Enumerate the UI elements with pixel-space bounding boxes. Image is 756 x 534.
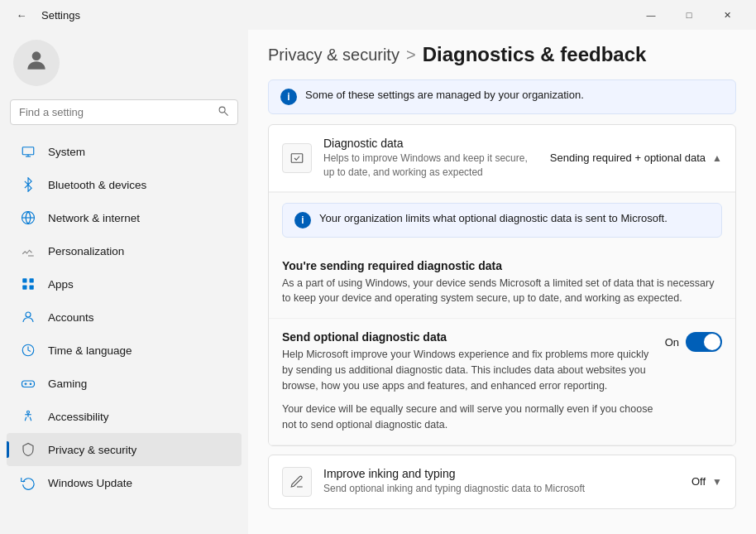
diagnostic-data-row[interactable]: Diagnostic data Helps to improve Windows… xyxy=(269,125,735,192)
sidebar-item-time[interactable]: Time & language xyxy=(7,334,242,367)
sidebar-item-apps[interactable]: Apps xyxy=(7,267,242,301)
sidebar-item-system-label: System xyxy=(48,146,85,158)
sidebar-item-system[interactable]: System xyxy=(7,135,242,168)
content-area: Privacy & security > Diagnostics & feedb… xyxy=(248,30,756,534)
optional-desc: Help Microsoft improve your Windows expe… xyxy=(282,347,653,393)
optional-toggle[interactable] xyxy=(686,332,722,352)
sidebar-item-personalization[interactable]: Personalization xyxy=(7,234,242,267)
window-controls: — □ ✕ xyxy=(632,2,746,28)
svg-point-11 xyxy=(26,312,31,317)
sidebar-item-gaming[interactable]: Gaming xyxy=(7,367,242,400)
required-diagnostic-section: You're sending required diagnostic data … xyxy=(269,248,735,320)
page-header: Privacy & security > Diagnostics & feedb… xyxy=(268,43,736,66)
toggle-label: On xyxy=(665,336,679,349)
svg-point-17 xyxy=(27,411,30,413)
sidebar-item-personalization-label: Personalization xyxy=(48,245,124,257)
personalization-icon xyxy=(20,243,36,259)
app-title: Settings xyxy=(41,9,80,22)
optional-toggle-group: On xyxy=(665,330,722,352)
org-banner-text: Some of these settings are managed by yo… xyxy=(305,89,584,101)
inking-control[interactable]: Off ▼ xyxy=(691,475,722,488)
inking-typing-card: Improve inking and typing Send optional … xyxy=(268,455,736,509)
diagnostic-icon-box xyxy=(282,143,312,173)
diagnostic-data-card: Diagnostic data Helps to improve Windows… xyxy=(268,124,736,446)
search-icon xyxy=(218,105,229,119)
avatar-icon xyxy=(23,47,50,79)
optional-text: Send optional diagnostic data Help Micro… xyxy=(282,330,653,433)
sidebar-item-apps-label: Apps xyxy=(48,278,74,291)
accounts-icon xyxy=(20,309,36,325)
required-title: You're sending required diagnostic data xyxy=(282,259,722,272)
sidebar-item-accessibility[interactable]: Accessibility xyxy=(7,400,242,433)
inking-desc: Send optional inking and typing diagnost… xyxy=(323,482,680,496)
gaming-icon xyxy=(20,375,36,392)
sidebar-item-privacy[interactable]: Privacy & security xyxy=(7,433,242,466)
breadcrumb-link[interactable]: Privacy & security xyxy=(268,46,400,65)
required-desc: As a part of using Windows, your device … xyxy=(282,276,722,307)
diagnostic-value: Sending required + optional data xyxy=(550,152,706,164)
sidebar: System Bluetooth & devices Network & int… xyxy=(0,30,248,534)
svg-rect-7 xyxy=(22,278,26,282)
diag-org-text: Your organization limits what optional d… xyxy=(319,212,667,224)
svg-point-0 xyxy=(32,51,41,60)
network-icon xyxy=(20,209,36,226)
privacy-icon xyxy=(20,441,36,458)
chevron-up-icon[interactable]: ▲ xyxy=(712,152,722,164)
diagnostic-label: Diagnostic data xyxy=(323,137,538,150)
sidebar-item-privacy-label: Privacy & security xyxy=(48,444,136,456)
search-box[interactable] xyxy=(10,99,238,125)
sidebar-item-accessibility-label: Accessibility xyxy=(48,411,109,423)
diagnostic-org-banner: i Your organization limits what optional… xyxy=(282,203,722,238)
minimize-button[interactable]: — xyxy=(632,2,670,28)
sidebar-item-update-label: Windows Update xyxy=(48,477,132,489)
chevron-down-icon[interactable]: ▼ xyxy=(712,476,722,488)
update-icon xyxy=(20,474,36,491)
diag-info-icon: i xyxy=(294,212,311,229)
title-bar: ← Settings — □ ✕ xyxy=(0,0,756,30)
toggle-thumb xyxy=(704,334,720,350)
sidebar-item-time-label: Time & language xyxy=(48,344,132,357)
inking-icon-box xyxy=(282,467,312,497)
svg-point-1 xyxy=(219,107,225,113)
svg-point-16 xyxy=(30,383,31,385)
sidebar-item-network[interactable]: Network & internet xyxy=(7,201,242,234)
back-button[interactable]: ← xyxy=(10,3,33,26)
optional-title: Send optional diagnostic data xyxy=(282,330,653,344)
send-optional-row: Send optional diagnostic data Help Micro… xyxy=(269,319,735,445)
avatar[interactable] xyxy=(13,40,60,86)
svg-rect-8 xyxy=(30,278,34,282)
optional-footer-note: Your device will be equally secure and w… xyxy=(282,402,653,433)
diagnostic-desc: Helps to improve Windows and keep it sec… xyxy=(323,152,538,180)
org-info-banner: i Some of these settings are managed by … xyxy=(268,79,736,114)
breadcrumb-separator: > xyxy=(406,46,416,65)
page-title: Diagnostics & feedback xyxy=(423,43,647,66)
sidebar-item-bluetooth[interactable]: Bluetooth & devices xyxy=(7,168,242,201)
sidebar-item-accounts[interactable]: Accounts xyxy=(7,301,242,334)
maximize-button[interactable]: □ xyxy=(670,2,708,28)
time-icon xyxy=(20,342,36,358)
info-icon: i xyxy=(280,89,297,105)
inking-value: Off xyxy=(691,475,706,488)
svg-rect-9 xyxy=(22,286,26,290)
svg-rect-10 xyxy=(30,286,34,290)
sidebar-item-bluetooth-label: Bluetooth & devices xyxy=(48,179,146,191)
bluetooth-icon xyxy=(20,176,36,193)
inking-label: Improve inking and typing xyxy=(323,467,680,480)
svg-rect-3 xyxy=(22,147,34,155)
svg-rect-13 xyxy=(22,381,35,387)
close-button[interactable]: ✕ xyxy=(708,2,746,28)
sidebar-item-gaming-label: Gaming xyxy=(48,378,87,390)
main-layout: System Bluetooth & devices Network & int… xyxy=(0,30,756,534)
system-icon xyxy=(20,143,36,160)
diagnostic-control[interactable]: Sending required + optional data ▲ xyxy=(550,152,722,164)
accessibility-icon xyxy=(20,408,36,425)
inking-typing-row[interactable]: Improve inking and typing Send optional … xyxy=(269,455,735,508)
sidebar-item-accounts-label: Accounts xyxy=(48,311,94,324)
diagnostic-expanded: i Your organization limits what optional… xyxy=(269,192,735,445)
search-input[interactable] xyxy=(19,106,211,118)
inking-text: Improve inking and typing Send optional … xyxy=(323,467,680,496)
sidebar-item-update[interactable]: Windows Update xyxy=(7,466,242,499)
inking-icon xyxy=(289,474,304,489)
svg-rect-20 xyxy=(291,154,303,163)
diagnostic-text: Diagnostic data Helps to improve Windows… xyxy=(323,137,538,180)
